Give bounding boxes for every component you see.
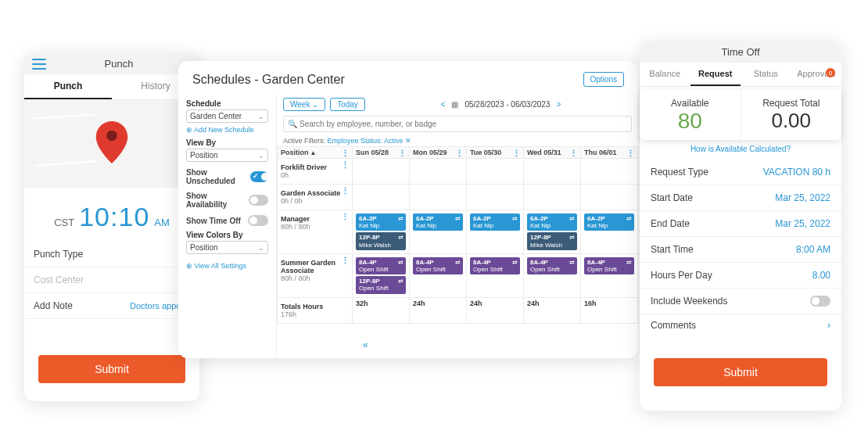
week-button[interactable]: Week ⌄	[283, 98, 325, 111]
map[interactable]	[24, 100, 199, 188]
schedule-cell[interactable]	[410, 185, 467, 210]
schedule-cell[interactable]	[467, 185, 524, 210]
tab-approvals[interactable]: Approvals0	[791, 63, 842, 86]
options-button[interactable]: Options	[583, 72, 624, 87]
request-total-label: Request Total	[744, 98, 839, 109]
cost-center-row[interactable]: Cost Center	[24, 267, 199, 293]
timeoff-field-hours-per-day[interactable]: Hours Per Day8.00	[640, 263, 841, 289]
schedule-select[interactable]: Garden Center⌄	[186, 109, 268, 123]
timeoff-title: Time Off	[640, 41, 841, 63]
punch-submit-button[interactable]: Submit	[38, 355, 185, 383]
schedule-cell[interactable]: 6A-2P⇄Kat Nip	[410, 210, 467, 254]
position-cell: Garden Associate0h / 0h⋮	[278, 185, 353, 210]
schedule-cell[interactable]	[581, 159, 638, 185]
schedule-cell[interactable]	[353, 159, 410, 185]
column-menu-icon[interactable]: ⋮	[341, 149, 350, 159]
colors-select[interactable]: Position⌄	[186, 241, 268, 254]
row-menu-icon[interactable]: ⋮	[341, 160, 350, 170]
shift-block[interactable]: 6A-2P⇄Kat Nip	[470, 213, 520, 231]
row-menu-icon[interactable]: ⋮	[341, 256, 350, 266]
timeoff-field-start-time[interactable]: Start Time8:00 AM	[640, 237, 841, 263]
timeoff-field-request-type[interactable]: Request TypeVACATION 80 h	[640, 160, 841, 185]
shift-block[interactable]: 12P-8P⇄Mike Walsh	[356, 232, 406, 249]
column-menu-icon[interactable]: ⋮	[569, 149, 578, 159]
schedule-cell[interactable]: 6A-2P⇄Kat Nip	[467, 210, 524, 254]
day-column-header[interactable]: Mon 05/29⋮	[410, 147, 467, 159]
schedule-cell[interactable]: 8A-4P⇄Open Shift	[410, 253, 467, 297]
row-menu-icon[interactable]: ⋮	[341, 186, 350, 196]
schedule-cell[interactable]	[410, 159, 467, 185]
prev-week-icon[interactable]: <	[441, 100, 446, 109]
tab-punch[interactable]: Punch	[24, 74, 112, 99]
position-cell: Manager80h / 80h⋮	[278, 210, 353, 254]
tab-status[interactable]: Status	[741, 63, 791, 86]
swap-icon: ⇄	[398, 259, 404, 266]
day-column-header[interactable]: Wed 05/31⋮	[524, 147, 581, 159]
punch-type-row[interactable]: Punch Type	[24, 242, 199, 267]
remove-filter-icon: ✕	[405, 137, 411, 145]
schedule-search-input[interactable]	[283, 116, 632, 132]
day-column-header[interactable]: Tue 05/30⋮	[467, 147, 524, 159]
view-all-settings-link[interactable]: ⊕ View All Settings	[186, 262, 268, 270]
schedule-cell[interactable]: 8A-4P⇄Open Shift	[581, 253, 638, 297]
position-column-header[interactable]: Position▲⋮	[278, 147, 353, 159]
chevron-down-icon: ⌄	[258, 244, 264, 252]
tab-request[interactable]: Request	[690, 63, 741, 86]
today-button[interactable]: Today	[330, 98, 365, 111]
position-row: Forklift Driver0h⋮	[278, 159, 638, 185]
shift-block[interactable]: 8A-4P⇄Open Shift	[584, 257, 634, 274]
tab-balance[interactable]: Balance	[640, 63, 690, 86]
add-schedule-link[interactable]: ⊕ Add New Schedule	[186, 126, 268, 134]
schedule-cell[interactable]	[467, 159, 524, 185]
filter-tag[interactable]: Employee Status: Active ✕	[328, 137, 412, 145]
day-column-header[interactable]: Thu 06/01⋮	[581, 147, 638, 159]
schedule-cell[interactable]	[581, 185, 638, 210]
schedule-cell[interactable]	[524, 159, 581, 185]
day-column-header[interactable]: Sun 05/28⋮	[353, 147, 410, 159]
swap-icon: ⇄	[626, 259, 632, 266]
timeoff-field-start-date[interactable]: Start DateMar 25, 2022	[640, 185, 841, 211]
calc-link[interactable]: How is Available Calculated?	[640, 140, 841, 160]
menu-icon[interactable]	[32, 59, 46, 70]
shift-block[interactable]: 8A-4P⇄Open Shift	[413, 257, 463, 274]
shift-block[interactable]: 6A-2P⇄Kat Nip	[413, 213, 463, 231]
timeoff-field-end-date[interactable]: End DateMar 25, 2022	[640, 211, 841, 237]
shift-block[interactable]: 8A-4P⇄Open Shift	[356, 257, 406, 274]
shift-block[interactable]: 8A-4P⇄Open Shift	[470, 257, 520, 274]
shift-block[interactable]: 6A-2P⇄Kat Nip	[356, 213, 406, 231]
schedule-cell[interactable]	[524, 185, 581, 210]
toggle-switch[interactable]	[249, 195, 268, 206]
column-menu-icon[interactable]: ⋮	[455, 149, 464, 159]
collapse-sidebar-icon[interactable]: «	[363, 339, 368, 350]
row-menu-icon[interactable]: ⋮	[341, 212, 350, 222]
next-week-icon[interactable]: >	[556, 100, 561, 109]
schedule-cell[interactable]: 8A-4P⇄Open Shift12P-8P⇄Open Shift	[353, 253, 410, 297]
shift-block[interactable]: 12P-8P⇄Open Shift	[356, 276, 406, 293]
shift-block[interactable]: 8A-4P⇄Open Shift	[527, 257, 577, 274]
schedule-cell[interactable]	[353, 185, 410, 210]
comments-row[interactable]: Comments ›	[640, 314, 841, 336]
schedule-cell[interactable]: 8A-4P⇄Open Shift	[467, 253, 524, 297]
toggle-switch[interactable]	[248, 215, 268, 226]
column-menu-icon[interactable]: ⋮	[398, 149, 407, 159]
schedule-cell[interactable]: 6A-2P⇄Kat Nip	[581, 210, 638, 254]
schedule-cell[interactable]: 6A-2P⇄Kat Nip12P-8P⇄Mike Walsh	[524, 210, 581, 254]
column-menu-icon[interactable]: ⋮	[512, 149, 521, 159]
schedule-cell[interactable]: 8A-4P⇄Open Shift	[524, 253, 581, 297]
add-note-row[interactable]: Add Note Doctors appoint	[24, 293, 199, 319]
timeoff-submit-button[interactable]: Submit	[654, 358, 827, 386]
include-weekends-toggle[interactable]	[810, 296, 830, 307]
shift-block[interactable]: 6A-2P⇄Kat Nip	[527, 213, 577, 231]
calendar-icon[interactable]: ▦	[451, 100, 458, 109]
swap-icon: ⇄	[398, 215, 404, 222]
shift-block[interactable]: 12P-8P⇄Mike Walsh	[527, 232, 577, 249]
schedule-cell[interactable]: 6A-2P⇄Kat Nip12P-8P⇄Mike Walsh	[353, 210, 410, 254]
viewby-select[interactable]: Position⌄	[186, 149, 268, 162]
position-cell: Summer Garden Associate80h / 80h⋮	[278, 253, 353, 297]
column-menu-icon[interactable]: ⋮	[626, 149, 635, 159]
shift-block[interactable]: 6A-2P⇄Kat Nip	[584, 213, 634, 231]
clock-time: 10:10	[79, 202, 149, 232]
toggle-switch[interactable]: ✓	[250, 171, 268, 182]
totals-value: 24h	[524, 297, 581, 323]
totals-value: 24h	[467, 297, 524, 323]
